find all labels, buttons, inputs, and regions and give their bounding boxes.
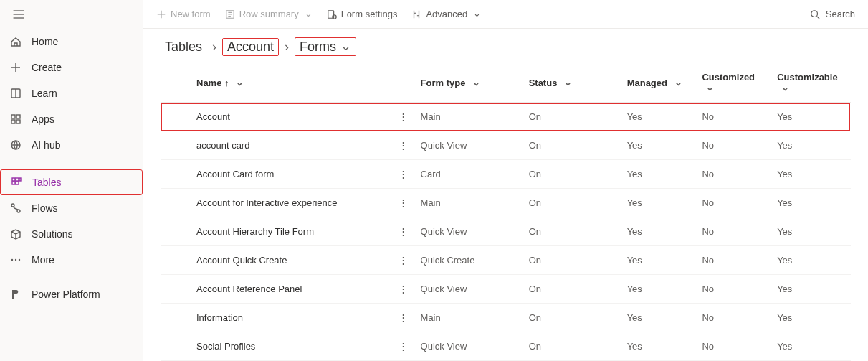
package-icon	[10, 228, 22, 240]
sidebar-item-solutions[interactable]: Solutions	[0, 221, 143, 247]
cell-customized: No	[696, 160, 771, 189]
sidebar-item-label: Solutions	[32, 228, 73, 240]
table-row[interactable]: Account⋮MainOnYesNoYes	[161, 103, 851, 131]
cell-customized: No	[696, 332, 771, 361]
sidebar-item-label: Create	[32, 62, 62, 73]
hamburger-button[interactable]	[0, 0, 143, 29]
cell-customized: No	[696, 275, 771, 304]
chevron-right-icon: ›	[285, 39, 289, 55]
grid-icon	[10, 113, 22, 125]
cell-status: On	[523, 332, 621, 361]
hamburger-icon	[13, 9, 24, 20]
col-header-customized[interactable]: Customized ⌄	[696, 65, 771, 103]
chevron-down-icon: ⌄	[305, 8, 313, 19]
col-header-managed-label: Managed	[627, 78, 667, 88]
advanced-label: Advanced	[426, 9, 467, 19]
sidebar-item-flows[interactable]: Flows	[0, 195, 143, 221]
chevron-down-icon: ⌄	[473, 8, 481, 19]
cell-customizable: Yes	[771, 131, 851, 160]
cell-managed: Yes	[621, 246, 697, 275]
sidebar-item-create[interactable]: Create	[0, 55, 143, 80]
sidebar-item-aihub[interactable]: AI hub	[0, 132, 143, 158]
table-row[interactable]: Social Profiles⋮Quick ViewOnYesNoYes	[161, 332, 851, 361]
sidebar-item-learn[interactable]: Learn	[0, 80, 143, 106]
row-actions-button[interactable]: ⋮	[391, 275, 414, 304]
sidebar-item-more[interactable]: More	[0, 247, 143, 273]
col-header-formtype[interactable]: Form type ⌄	[415, 65, 523, 103]
col-header-customizable[interactable]: Customizable ⌄	[771, 65, 851, 103]
cell-customized: No	[696, 246, 771, 275]
row-actions-button[interactable]: ⋮	[391, 304, 414, 332]
flow-icon	[10, 202, 22, 214]
svg-point-19	[811, 10, 818, 17]
search-icon	[810, 9, 820, 19]
row-summary-icon	[225, 9, 235, 19]
row-actions-button[interactable]: ⋮	[391, 246, 414, 275]
search-input[interactable]: Search	[810, 9, 855, 19]
row-actions-button[interactable]: ⋮	[391, 332, 414, 361]
cell-status: On	[523, 131, 621, 160]
sidebar-item-label: More	[32, 254, 54, 266]
cell-customizable: Yes	[771, 304, 851, 332]
search-placeholder: Search	[826, 9, 855, 19]
sort-asc-icon: ↑	[224, 78, 229, 88]
row-summary-label: Row summary	[239, 9, 299, 19]
svg-rect-3	[11, 120, 15, 123]
svg-rect-9	[12, 182, 15, 184]
row-actions-button[interactable]: ⋮	[391, 160, 414, 189]
cell-customizable: Yes	[771, 103, 851, 131]
chevron-down-icon: ⌄	[564, 77, 572, 88]
table-row[interactable]: Account Reference Panel⋮Quick ViewOnYesN…	[161, 275, 851, 304]
row-summary-button[interactable]: Row summary ⌄	[225, 9, 313, 19]
chevron-down-icon: ⌄	[674, 77, 682, 88]
chevron-down-icon: ⌄	[340, 38, 351, 54]
cell-managed: Yes	[621, 217, 697, 246]
sidebar-item-tables[interactable]: Tables	[0, 169, 143, 195]
table-row[interactable]: Account Hierarchy Tile Form⋮Quick ViewOn…	[161, 217, 851, 246]
svg-rect-4	[16, 120, 20, 123]
col-header-name[interactable]: Name ↑ ⌄	[161, 65, 391, 103]
form-settings-button[interactable]: Form settings	[327, 9, 398, 19]
cell-formtype: Quick View	[415, 131, 523, 160]
table-row[interactable]: Account Card form⋮CardOnYesNoYes	[161, 160, 851, 189]
cell-name: Account Hierarchy Tile Form	[161, 217, 391, 246]
chevron-right-icon: ›	[212, 39, 216, 55]
col-header-status[interactable]: Status ⌄	[523, 65, 621, 103]
cell-name: Account for Interactive experience	[161, 189, 391, 217]
col-header-managed[interactable]: Managed ⌄	[621, 65, 697, 103]
row-actions-button[interactable]: ⋮	[391, 103, 414, 131]
breadcrumb-account[interactable]: Account	[222, 38, 279, 56]
breadcrumb-root-label: Tables	[165, 39, 202, 55]
home-icon	[10, 36, 22, 47]
table-row[interactable]: account card⋮Quick ViewOnYesNoYes	[161, 131, 851, 160]
cell-managed: Yes	[621, 304, 697, 332]
row-actions-button[interactable]: ⋮	[391, 131, 414, 160]
sidebar-item-label: Power Platform	[32, 289, 100, 300]
table-row[interactable]: Account for Interactive experience⋮MainO…	[161, 189, 851, 217]
svg-rect-1	[11, 115, 15, 118]
cell-status: On	[523, 217, 621, 246]
sidebar-item-home[interactable]: Home	[0, 29, 143, 55]
more-icon	[10, 254, 22, 266]
row-actions-button[interactable]: ⋮	[391, 189, 414, 217]
sidebar-item-apps[interactable]: Apps	[0, 106, 143, 132]
chevron-down-icon: ⌄	[236, 77, 244, 88]
cell-name: Account	[161, 103, 391, 131]
cell-status: On	[523, 304, 621, 332]
breadcrumb-tables[interactable]: Tables	[161, 39, 206, 55]
advanced-button[interactable]: Advanced ⌄	[411, 9, 481, 19]
chevron-down-icon: ⌄	[472, 77, 480, 88]
table-row[interactable]: Information⋮MainOnYesNoYes	[161, 304, 851, 332]
sidebar-item-pp[interactable]: Power Platform	[0, 281, 143, 307]
table-row[interactable]: Account Quick Create⋮Quick CreateOnYesNo…	[161, 246, 851, 275]
svg-point-18	[333, 14, 336, 18]
cell-customizable: Yes	[771, 217, 851, 246]
cell-customizable: Yes	[771, 160, 851, 189]
cell-managed: Yes	[621, 275, 697, 304]
breadcrumb-forms[interactable]: Forms ⌄	[295, 37, 356, 56]
cell-customizable: Yes	[771, 275, 851, 304]
new-form-button[interactable]: New form	[156, 9, 211, 19]
row-actions-button[interactable]: ⋮	[391, 217, 414, 246]
cell-customized: No	[696, 131, 771, 160]
svg-point-13	[11, 259, 13, 261]
